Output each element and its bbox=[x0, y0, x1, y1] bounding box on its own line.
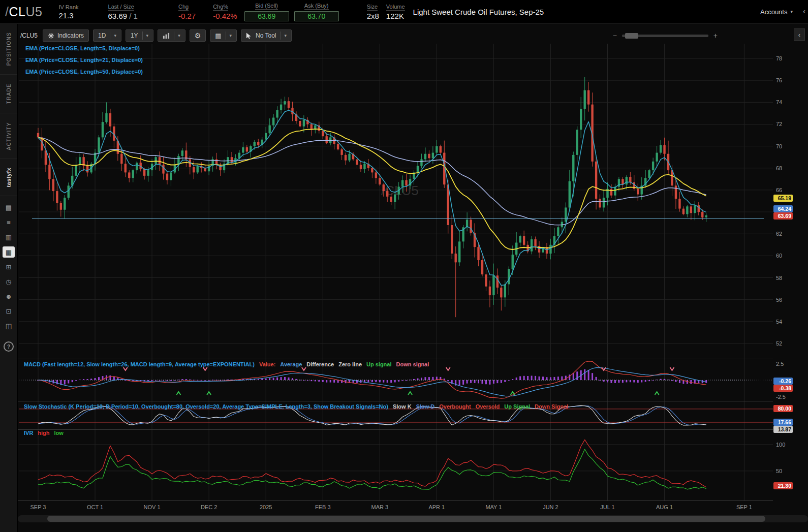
orders-icon[interactable]: ▥ bbox=[0, 230, 17, 244]
sidebar-icon-rail: ▤ ≡ ▥ ▦ ⊞ ◷ ☻ ⊡ ◫ ? bbox=[0, 200, 17, 352]
legend-item: Value: bbox=[259, 361, 275, 367]
svg-text:68: 68 bbox=[776, 165, 782, 171]
svg-text:MAY 1: MAY 1 bbox=[485, 504, 502, 510]
stoch-axis-badge: 17.66 bbox=[773, 419, 793, 426]
horizontal-scrollbar[interactable] bbox=[18, 515, 808, 522]
svg-text:62: 62 bbox=[776, 231, 782, 237]
svg-text:78: 78 bbox=[776, 55, 782, 61]
field-last-size: Last / Size 63.69 / 1 bbox=[108, 4, 138, 20]
svg-text:2025: 2025 bbox=[260, 504, 272, 510]
legend-item: high bbox=[38, 430, 49, 436]
chart-icon[interactable]: ▦ bbox=[3, 246, 15, 258]
scrollbar-thumb[interactable] bbox=[47, 516, 765, 522]
range-dropdown[interactable]: 1Y ▾ bbox=[126, 29, 153, 42]
svg-text:56: 56 bbox=[776, 297, 782, 303]
legend-item: Slow K bbox=[393, 403, 412, 410]
sidebar-tab-tastyfx[interactable]: tastyfx bbox=[0, 159, 17, 196]
field-volume: Volume 122K bbox=[386, 4, 405, 20]
field-iv-rank: IV Rank 21.3 bbox=[58, 4, 78, 20]
legend-item: Slow D bbox=[416, 403, 435, 410]
bid-button[interactable]: Bid (Sell) 63.69 bbox=[244, 3, 289, 21]
ask-button[interactable]: Ask (Buy) 63.70 bbox=[294, 3, 339, 21]
svg-text:58: 58 bbox=[776, 275, 782, 281]
futures-icon[interactable]: ◫ bbox=[0, 319, 17, 333]
chevron-down-icon: ▾ bbox=[281, 32, 287, 40]
drawing-tool-dropdown[interactable]: No Tool ▾ bbox=[241, 29, 292, 42]
grid-layout-dropdown[interactable]: ▦ ▾ bbox=[210, 29, 237, 42]
svg-text:76: 76 bbox=[776, 77, 782, 83]
sidebar-tab-activity[interactable]: ACTIVITY bbox=[0, 113, 17, 159]
grid-icon: ▦ bbox=[215, 33, 221, 39]
ema-legend: EMA (Price=CLOSE, Length=5, Displace=0)E… bbox=[25, 45, 143, 80]
svg-text:50: 50 bbox=[776, 468, 782, 474]
svg-text:100: 100 bbox=[776, 442, 785, 448]
svg-text:APR 1: APR 1 bbox=[428, 504, 445, 510]
timeframe-dropdown[interactable]: 1D ▾ bbox=[93, 29, 121, 42]
history-icon[interactable]: ◷ bbox=[0, 274, 17, 289]
svg-text:2.5: 2.5 bbox=[776, 361, 784, 367]
field-size: Size 2x8 bbox=[367, 4, 379, 20]
svg-text:SEP 3: SEP 3 bbox=[30, 504, 46, 510]
zoom-in-button[interactable]: + bbox=[713, 32, 718, 40]
chart-settings-button[interactable]: ⚙ bbox=[190, 29, 206, 42]
quote-header: /CLU5 IV Rank 21.3 Last / Size 63.69 / 1… bbox=[0, 0, 808, 24]
header-collapse-button[interactable]: ‹ bbox=[803, 7, 805, 15]
ivr-high-line bbox=[38, 440, 706, 487]
legend-item: IVR bbox=[24, 430, 33, 436]
svg-text:66: 66 bbox=[776, 187, 782, 193]
svg-text:-2.5: -2.5 bbox=[776, 394, 786, 400]
candlesticks bbox=[37, 77, 707, 318]
svg-text:AUG 1: AUG 1 bbox=[656, 504, 673, 510]
svg-text:FEB 3: FEB 3 bbox=[315, 504, 331, 510]
macd-axis-badge: -0.38 bbox=[773, 385, 793, 392]
chevron-down-icon: ▾ bbox=[790, 9, 793, 14]
legend-item: MACD (Fast length=12, Slow length=26, MA… bbox=[24, 361, 255, 367]
price-axis-badge: 65.19 bbox=[773, 195, 793, 202]
watchlist-icon[interactable]: ≡ bbox=[0, 215, 17, 230]
gear-icon: ⚙ bbox=[195, 32, 201, 39]
chart-canvas[interactable]: /CLU552545658606264666870727476782.5-2.5… bbox=[18, 44, 808, 513]
help-button[interactable]: ? bbox=[4, 341, 14, 352]
legend-item: Down signal bbox=[396, 361, 429, 367]
ivr-axis-badge: 21.30 bbox=[773, 482, 793, 489]
chevron-down-icon: ▾ bbox=[174, 32, 180, 40]
svg-text:JUL 1: JUL 1 bbox=[600, 504, 614, 510]
bar-chart-icon bbox=[163, 32, 170, 39]
stoch-axis-badge: 80.00 bbox=[773, 405, 793, 412]
panel-collapse-button[interactable]: ‹ bbox=[794, 28, 805, 41]
legend-item: Up signal bbox=[366, 361, 392, 367]
ema21-line bbox=[38, 129, 706, 249]
legend-item: EMA (Price=CLOSE, Length=21, Displace=0) bbox=[25, 57, 143, 63]
zoom-slider[interactable] bbox=[622, 35, 708, 37]
legend-item: Oversold bbox=[476, 403, 500, 410]
macd-legend: MACD (Fast length=12, Slow length=26, MA… bbox=[24, 361, 433, 367]
gridlines bbox=[19, 44, 773, 500]
svg-text:52: 52 bbox=[776, 340, 782, 347]
legend-item: Zero line bbox=[338, 361, 362, 367]
chart-toolbar: /CLU5 Indicators 1D ▾ 1Y ▾ ▾ ⚙ ▦ ▾ No To… bbox=[20, 28, 808, 43]
zoom-out-button[interactable]: − bbox=[613, 32, 617, 40]
zoom-slider-handle[interactable] bbox=[625, 33, 638, 39]
calendar-icon[interactable]: ⊡ bbox=[0, 304, 17, 319]
contract-description: Light Sweet Crude Oil Futures, Sep-25 bbox=[413, 8, 544, 16]
svg-text:DEC 2: DEC 2 bbox=[201, 504, 217, 510]
sidebar-tab-positions[interactable]: POSITIONS bbox=[0, 23, 17, 75]
legend-item: Up Signal bbox=[504, 403, 530, 410]
chart-type-dropdown[interactable]: ▾ bbox=[158, 29, 185, 42]
accounts-menu[interactable]: Accounts ▾ bbox=[760, 8, 793, 16]
svg-text:MAR 3: MAR 3 bbox=[371, 504, 388, 510]
svg-text:JUN 2: JUN 2 bbox=[543, 504, 558, 510]
chevron-down-icon: ▾ bbox=[142, 32, 149, 40]
tiles-icon[interactable]: ⊞ bbox=[0, 260, 17, 274]
news-icon[interactable]: ▤ bbox=[0, 200, 17, 215]
sidebar-tab-trade[interactable]: TRADE bbox=[0, 75, 17, 113]
indicators-button[interactable]: Indicators bbox=[43, 29, 89, 42]
svg-text:54: 54 bbox=[776, 319, 782, 325]
price-axis-badge: 64.24 bbox=[773, 205, 793, 212]
svg-text:60: 60 bbox=[776, 253, 782, 259]
ema5-line bbox=[38, 110, 706, 285]
social-icon[interactable]: ☻ bbox=[0, 289, 17, 304]
toolbar-symbol: /CLU5 bbox=[20, 32, 38, 39]
zoom-control: − + bbox=[613, 32, 718, 40]
chevron-down-icon: ▾ bbox=[226, 32, 232, 40]
